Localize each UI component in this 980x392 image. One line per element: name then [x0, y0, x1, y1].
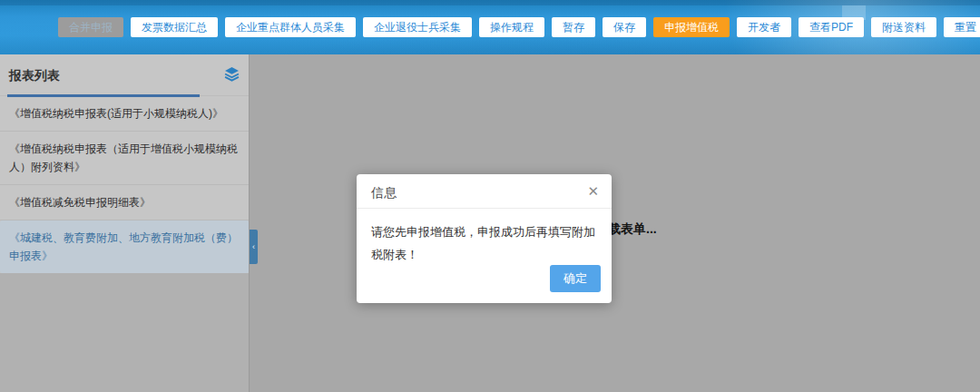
app-root: 合并申报 发票数据汇总 企业重点群体人员采集 企业退役士兵采集 操作规程 暂存 … [0, 0, 980, 392]
merge-declaration-button[interactable]: 合并申报 [58, 17, 123, 37]
sidebar-item-vat-return-appendix[interactable]: 《增值税纳税申报表（适用于增值税小规模纳税人）附列资料》 [0, 132, 249, 185]
report-list: 《增值税纳税申报表(适用于小规模纳税人)》 《增值税纳税申报表（适用于增值税小规… [0, 96, 249, 273]
sidebar-collapse-handle[interactable]: ‹ [250, 230, 258, 264]
declare-vat-button[interactable]: 申报增值税 [653, 17, 730, 37]
report-list-panel: 报表列表 《增值税纳税申报表(适用于小规模纳税人)》 《增值税纳税申报表（适用于… [0, 54, 249, 273]
top-header: 合并申报 发票数据汇总 企业重点群体人员采集 企业退役士兵采集 操作规程 暂存 … [0, 0, 980, 54]
dialog-title: 信息 [371, 185, 397, 200]
reset-button[interactable]: 重置 [944, 17, 980, 37]
report-list-sidebar: 报表列表 《增值税纳税申报表(适用于小规模纳税人)》 《增值税纳税申报表（适用于… [0, 54, 250, 392]
key-group-personnel-collection-button[interactable]: 企业重点群体人员采集 [225, 17, 356, 37]
temp-save-button[interactable]: 暂存 [552, 17, 595, 37]
attached-materials-button[interactable]: 附送资料 [871, 17, 936, 37]
loading-form-text: 载表单... [608, 221, 657, 238]
title-underline [7, 94, 200, 97]
sidebar-item-surtax-return[interactable]: 《城建税、教育费附加、地方教育附加税（费）申报表》 [0, 220, 249, 273]
dialog-message: 请您先申报增值税，申报成功后再填写附加税附表！ [357, 209, 612, 266]
sidebar-item-vat-return-small-taxpayer[interactable]: 《增值税纳税申报表(适用于小规模纳税人)》 [0, 96, 249, 132]
save-button[interactable]: 保存 [603, 17, 646, 37]
confirm-button[interactable]: 确定 [550, 265, 601, 292]
invoice-data-summary-button[interactable]: 发票数据汇总 [131, 17, 218, 37]
info-dialog: 信息 ✕ 请您先申报增值税，申报成功后再填写附加税附表！ 确定 [357, 174, 612, 303]
dialog-header: 信息 ✕ [357, 174, 612, 209]
close-icon[interactable]: ✕ [587, 182, 599, 201]
chevron-left-icon: ‹ [252, 242, 255, 251]
view-pdf-button[interactable]: 查看PDF [799, 17, 864, 37]
dialog-footer: 确定 [550, 265, 601, 292]
layers-icon[interactable] [224, 66, 240, 82]
toolbar: 合并申报 发票数据汇总 企业重点群体人员采集 企业退役士兵采集 操作规程 暂存 … [58, 0, 980, 54]
operation-guide-button[interactable]: 操作规程 [479, 17, 544, 37]
report-list-title: 报表列表 [9, 68, 60, 84]
veteran-soldier-collection-button[interactable]: 企业退役士兵采集 [363, 17, 472, 37]
sidebar-item-vat-reduction-detail[interactable]: 《增值税减免税申报明细表》 [0, 185, 249, 220]
report-list-header: 报表列表 [0, 54, 249, 96]
developer-button[interactable]: 开发者 [737, 17, 791, 37]
